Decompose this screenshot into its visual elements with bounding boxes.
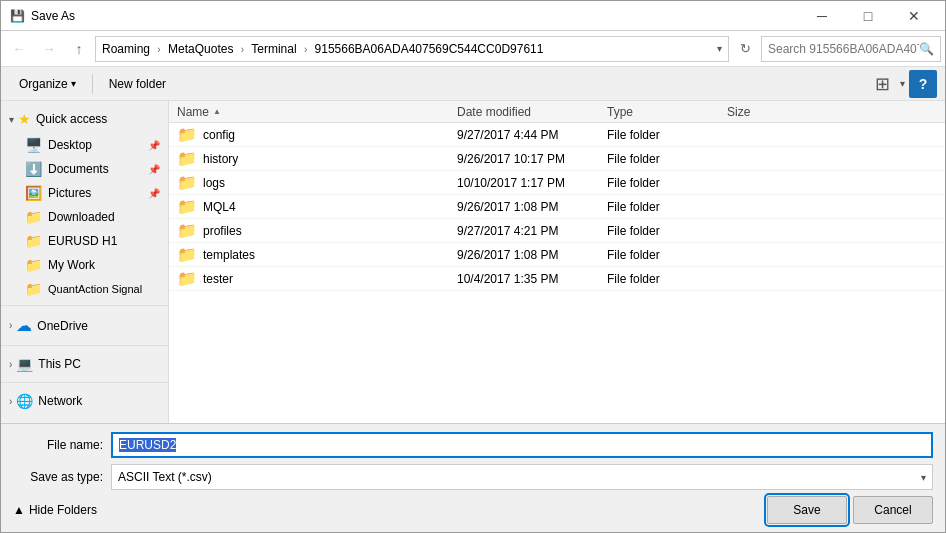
sidebar-item-mywork[interactable]: 📁 My Work xyxy=(1,253,168,277)
file-name-text: config xyxy=(203,128,235,142)
sidebar-item-downloaded-label: Downloaded xyxy=(48,210,115,224)
sidebar-item-documents[interactable]: ⬇️ Documents 📌 xyxy=(1,157,168,181)
onedrive-arrow-icon: › xyxy=(9,320,12,331)
minimize-button[interactable]: ─ xyxy=(799,1,845,31)
title-bar-controls: ─ □ ✕ xyxy=(799,1,937,31)
desktop-icon: 🖥️ xyxy=(25,137,42,153)
file-name-cell: 📁 logs xyxy=(173,173,453,192)
breadcrumb-text: Roaming › MetaQuotes › Terminal › 915566… xyxy=(102,42,543,56)
action-row: ▲ Hide Folders Save Cancel xyxy=(13,496,933,524)
window-icon: 💾 xyxy=(9,8,25,24)
sidebar-item-pictures[interactable]: 🖼️ Pictures 📌 xyxy=(1,181,168,205)
folder-icon: 📁 xyxy=(177,149,197,168)
file-name-cell: 📁 templates xyxy=(173,245,453,264)
filename-label: File name: xyxy=(13,438,103,452)
refresh-button[interactable]: ↻ xyxy=(731,35,759,63)
pin-icon-2: 📌 xyxy=(148,164,160,175)
file-name-cell: 📁 config xyxy=(173,125,453,144)
sidebar-item-quantaction-label: QuantAction Signal xyxy=(48,283,142,295)
table-row[interactable]: 📁 history 9/26/2017 10:17 PM File folder xyxy=(169,147,945,171)
network-icon: 🌐 xyxy=(16,393,33,409)
col-name-header[interactable]: Name ▲ xyxy=(173,105,453,119)
filename-input[interactable] xyxy=(111,432,933,458)
file-name-cell: 📁 profiles xyxy=(173,221,453,240)
file-date-cell: 9/26/2017 1:08 PM xyxy=(453,200,603,214)
filetype-value: ASCII Text (*.csv) xyxy=(118,470,212,484)
table-row[interactable]: 📁 profiles 9/27/2017 4:21 PM File folder xyxy=(169,219,945,243)
search-input[interactable] xyxy=(768,42,919,56)
file-type-cell: File folder xyxy=(603,128,723,142)
thispc-header[interactable]: › 💻 This PC xyxy=(1,350,168,378)
address-bar: ← → ↑ Roaming › MetaQuotes › Terminal › … xyxy=(1,31,945,67)
sidebar-item-eurusd[interactable]: 📁 EURUSD H1 xyxy=(1,229,168,253)
sidebar-item-mywork-label: My Work xyxy=(48,258,95,272)
file-date-cell: 9/26/2017 10:17 PM xyxy=(453,152,603,166)
toolbar-right: ⊞ ▾ ? xyxy=(862,70,937,98)
sidebar-item-desktop[interactable]: 🖥️ Desktop 📌 xyxy=(1,133,168,157)
file-date-cell: 10/4/2017 1:35 PM xyxy=(453,272,603,286)
toolbar-separator xyxy=(92,74,93,94)
back-button[interactable]: ← xyxy=(5,35,33,63)
hide-folders-button[interactable]: ▲ Hide Folders xyxy=(13,503,97,517)
onedrive-cloud-icon: ☁ xyxy=(16,316,32,335)
up-button[interactable]: ↑ xyxy=(65,35,93,63)
view-dropdown-icon: ▾ xyxy=(900,78,905,89)
file-type-cell: File folder xyxy=(603,176,723,190)
save-label: Save xyxy=(793,503,820,517)
file-name-text: logs xyxy=(203,176,225,190)
file-date-cell: 9/27/2017 4:21 PM xyxy=(453,224,603,238)
table-row[interactable]: 📁 tester 10/4/2017 1:35 PM File folder xyxy=(169,267,945,291)
sidebar: ▾ ★ Quick access 🖥️ Desktop 📌 ⬇️ Documen… xyxy=(1,101,169,423)
maximize-button[interactable]: □ xyxy=(845,1,891,31)
table-row[interactable]: 📁 MQL4 9/26/2017 1:08 PM File folder xyxy=(169,195,945,219)
sidebar-item-quantaction[interactable]: 📁 QuantAction Signal xyxy=(1,277,168,301)
col-date-header[interactable]: Date modified xyxy=(453,105,603,119)
col-size-header[interactable]: Size xyxy=(723,105,803,119)
thispc-arrow-icon: › xyxy=(9,359,12,370)
file-type-cell: File folder xyxy=(603,248,723,262)
file-type-cell: File folder xyxy=(603,224,723,238)
bottom-section: File name: Save as type: ASCII Text (*.c… xyxy=(1,423,945,532)
sidebar-item-desktop-label: Desktop xyxy=(48,138,92,152)
onedrive-label: OneDrive xyxy=(37,319,88,333)
file-date-cell: 9/27/2017 4:44 PM xyxy=(453,128,603,142)
hide-folders-label: Hide Folders xyxy=(29,503,97,517)
view-options-button[interactable]: ⊞ xyxy=(862,71,902,97)
forward-button[interactable]: → xyxy=(35,35,63,63)
quick-access-arrow-icon: ▾ xyxy=(9,114,14,125)
window-title: Save As xyxy=(31,9,799,23)
sidebar-item-pictures-label: Pictures xyxy=(48,186,91,200)
file-name-text: MQL4 xyxy=(203,200,236,214)
cancel-label: Cancel xyxy=(874,503,911,517)
size-column-label: Size xyxy=(727,105,750,119)
quick-access-header[interactable]: ▾ ★ Quick access xyxy=(1,105,168,133)
sidebar-separator-3 xyxy=(1,382,168,383)
close-button[interactable]: ✕ xyxy=(891,1,937,31)
filetype-row: Save as type: ASCII Text (*.csv) ▾ xyxy=(13,464,933,490)
documents-icon: ⬇️ xyxy=(25,161,42,177)
quantaction-folder-icon: 📁 xyxy=(25,281,42,297)
table-row[interactable]: 📁 logs 10/10/2017 1:17 PM File folder xyxy=(169,171,945,195)
filetype-select[interactable]: ASCII Text (*.csv) ▾ xyxy=(111,464,933,490)
help-button[interactable]: ? xyxy=(909,70,937,98)
table-row[interactable]: 📁 templates 9/26/2017 1:08 PM File folde… xyxy=(169,243,945,267)
new-folder-button[interactable]: New folder xyxy=(99,71,176,97)
onedrive-header[interactable]: › ☁ OneDrive xyxy=(1,310,168,341)
title-bar: 💾 Save As ─ □ ✕ xyxy=(1,1,945,31)
filetype-label: Save as type: xyxy=(13,470,103,484)
file-date-cell: 10/10/2017 1:17 PM xyxy=(453,176,603,190)
folder-icon: 📁 xyxy=(177,173,197,192)
organize-button[interactable]: Organize ▾ xyxy=(9,71,86,97)
thispc-label: This PC xyxy=(38,357,81,371)
sidebar-item-downloaded[interactable]: 📁 Downloaded xyxy=(1,205,168,229)
network-header[interactable]: › 🌐 Network xyxy=(1,387,168,415)
save-as-dialog: 💾 Save As ─ □ ✕ ← → ↑ Roaming › MetaQuot… xyxy=(0,0,946,533)
table-row[interactable]: 📁 config 9/27/2017 4:44 PM File folder xyxy=(169,123,945,147)
col-type-header[interactable]: Type xyxy=(603,105,723,119)
breadcrumb[interactable]: Roaming › MetaQuotes › Terminal › 915566… xyxy=(95,36,729,62)
file-name-text: tester xyxy=(203,272,233,286)
file-type-cell: File folder xyxy=(603,272,723,286)
cancel-button[interactable]: Cancel xyxy=(853,496,933,524)
save-button[interactable]: Save xyxy=(767,496,847,524)
search-box[interactable]: 🔍 xyxy=(761,36,941,62)
